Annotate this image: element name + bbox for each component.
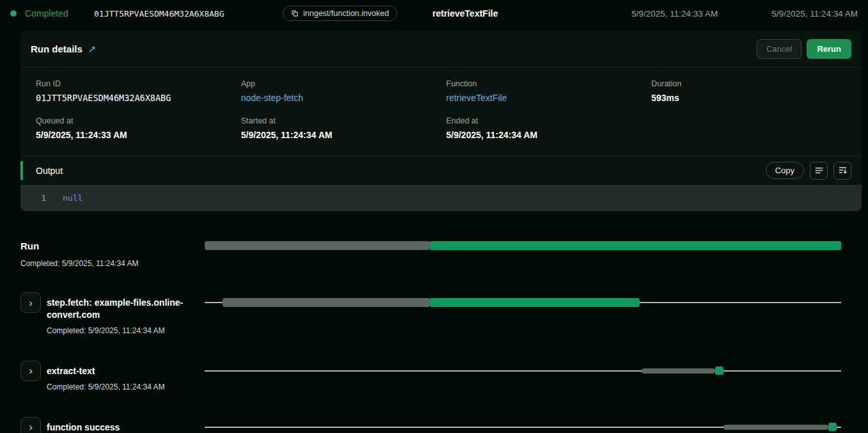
output-accent-bar (20, 161, 23, 180)
timeline-step-row: › extract-text Completed: 5/9/2025, 11:2… (20, 361, 841, 391)
started-at-value: 5/9/2025, 11:24:34 AM (241, 130, 436, 140)
app-root: Completed 01JTT5RPVAESDM46M32A6X8ABG inn… (0, 0, 868, 433)
cancel-button[interactable]: Cancel (757, 39, 801, 59)
field-label: App (241, 79, 436, 88)
external-link-icon[interactable]: ↗ (88, 43, 97, 55)
event-type-icon (291, 10, 299, 17)
copy-button[interactable]: Copy (766, 162, 804, 179)
expand-step-button[interactable]: › (20, 292, 41, 313)
text-lines-icon (814, 166, 824, 175)
expand-step-button[interactable]: › (20, 361, 41, 381)
field-queued-at: Queued at 5/9/2025, 11:24:33 AM (36, 116, 231, 140)
code-value: null (46, 193, 83, 203)
field-started-at: Started at 5/9/2025, 11:24:34 AM (241, 116, 436, 140)
event-badge-wrap: inngest/function.invoked (283, 6, 432, 21)
field-ended-at: Ended at 5/9/2025, 11:24:34 AM (446, 116, 642, 140)
event-badge[interactable]: inngest/function.invoked (283, 6, 397, 21)
timeline-bar-queued-thin (642, 368, 715, 374)
step-completed: Completed: 5/9/2025, 11:24:34 AM (47, 326, 197, 335)
output-header: Output Copy (20, 155, 862, 185)
step-title: function success (47, 421, 197, 433)
run-details-header: Run details ↗ Cancel Rerun (20, 31, 862, 68)
ended-at-value: 5/9/2025, 11:24:34 AM (446, 130, 642, 140)
step-title: step.fetch: example-files.online-convert… (47, 297, 197, 321)
function-link[interactable]: retrieveTextFile (446, 93, 642, 103)
step-title: extract-text (47, 365, 197, 377)
field-function: Function retrieveTextFile (446, 79, 642, 103)
step-completed: Completed: 5/9/2025, 11:24:34 AM (47, 382, 197, 391)
field-label: Ended at (446, 116, 642, 125)
field-label: Started at (241, 116, 436, 125)
run-timeline-track (205, 240, 841, 251)
step-label: extract-text Completed: 5/9/2025, 11:24:… (41, 361, 205, 391)
field-label: Queued at (36, 116, 231, 125)
chevron-right-icon: › (29, 297, 33, 308)
timeline-bar-active (430, 241, 841, 250)
step-timeline-track (205, 366, 841, 376)
step-label: function success Completed: 5/9/2025, 11… (41, 417, 205, 433)
run-details-grid: Run ID 01JTT5RPVAESDM46M32A6X8ABG App no… (20, 68, 862, 155)
format-lines-button[interactable] (810, 162, 828, 180)
run-id-text: 01JTT5RPVAESDM46M32A6X8ABG (94, 9, 283, 19)
run-status-label: Completed (25, 8, 68, 19)
timeline-bar-queued-thin (723, 425, 828, 430)
chevron-right-icon: › (29, 421, 33, 432)
timeline-bar-queued (205, 241, 430, 250)
chevron-right-icon: › (29, 365, 33, 376)
run-status-group: Completed (10, 8, 94, 19)
output-code-block[interactable]: 1 null (20, 185, 862, 211)
field-label: Function (446, 79, 642, 88)
wrap-text-icon (838, 166, 848, 175)
function-name-text: retrieveTextFile (432, 8, 498, 19)
step-timeline-track (205, 422, 841, 432)
run-row-completed: Completed: 5/9/2025, 11:24:34 AM (20, 259, 205, 268)
timeline-step-row: › step.fetch: example-files.online-conve… (20, 292, 841, 335)
panel-title: Run details (31, 43, 83, 54)
run-timeline: Run Completed: 5/9/2025, 11:24:34 AM › s… (0, 211, 868, 433)
timeline-run-label: Run Completed: 5/9/2025, 11:24:34 AM (20, 240, 205, 268)
field-run-id: Run ID 01JTT5RPVAESDM46M32A6X8ABG (36, 79, 231, 103)
timeline-run-row: Run Completed: 5/9/2025, 11:24:34 AM (20, 240, 841, 268)
duration-value: 593ms (651, 93, 846, 103)
app-link[interactable]: node-step-fetch (241, 93, 436, 103)
wrap-text-button[interactable] (833, 162, 851, 180)
run-actions: Cancel Rerun (757, 39, 851, 59)
field-label: Duration (651, 79, 846, 88)
timeline-bar-active (430, 298, 639, 307)
field-value-run-id: 01JTT5RPVAESDM46M32A6X8ABG (36, 93, 231, 103)
step-label: step.fetch: example-files.online-convert… (41, 292, 205, 335)
status-dot-icon (10, 10, 17, 17)
run-row-title: Run (20, 240, 205, 251)
timeline-baseline (205, 370, 841, 372)
field-label: Run ID (36, 79, 231, 88)
rerun-button[interactable]: Rerun (807, 39, 851, 59)
field-app: App node-step-fetch (241, 79, 436, 103)
timeline-step-row: › function success Completed: 5/9/2025, … (20, 417, 841, 433)
timeline-bar-marker (715, 366, 723, 375)
run-summary-bar: Completed 01JTT5RPVAESDM46M32A6X8ABG inn… (0, 0, 868, 27)
queued-at-value: 5/9/2025, 11:24:33 AM (36, 130, 231, 140)
output-actions: Copy (766, 162, 851, 180)
code-line-number: 1 (20, 193, 46, 203)
queued-at-time: 5/9/2025, 11:24:33 AM (631, 9, 718, 19)
run-details-panel: Run details ↗ Cancel Rerun Run ID 01JTT5… (20, 31, 862, 211)
run-times-group: 5/9/2025, 11:24:33 AM 5/9/2025, 11:24:34… (631, 9, 858, 19)
timeline-bar-queued (223, 298, 430, 307)
step-timeline-track (205, 297, 841, 308)
timeline-bar-marker (828, 423, 837, 431)
output-title: Output (36, 166, 63, 176)
event-badge-label: inngest/function.invoked (303, 9, 389, 18)
field-duration: Duration 593ms (651, 79, 846, 103)
expand-step-button[interactable]: › (20, 417, 41, 433)
completed-at-time: 5/9/2025, 11:24:34 AM (771, 9, 858, 19)
